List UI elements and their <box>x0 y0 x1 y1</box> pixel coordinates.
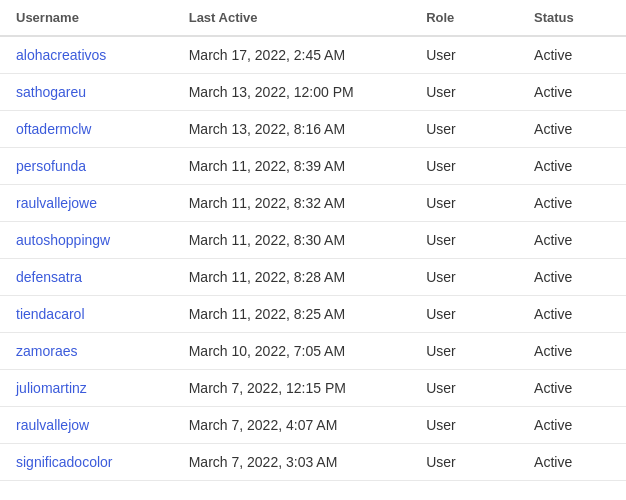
username-link[interactable]: tiendacarol <box>16 306 85 322</box>
cell-date: March 11, 2022, 8:25 AM <box>173 296 410 333</box>
table-row: raulvallejowMarch 7, 2022, 4:07 AMUserAc… <box>0 407 626 444</box>
cell-date: March 7, 2022, 12:15 PM <box>173 370 410 407</box>
cell-date: March 13, 2022, 12:00 PM <box>173 74 410 111</box>
cell-username: autoshoppingw <box>0 222 173 259</box>
username-link[interactable]: autoshoppingw <box>16 232 110 248</box>
cell-status: Active <box>518 36 626 74</box>
cell-username: oftadermclw <box>0 111 173 148</box>
cell-status: Active <box>518 370 626 407</box>
cell-username: raulvallejowe <box>0 185 173 222</box>
username-link[interactable]: juliomartinz <box>16 380 87 396</box>
cell-username: zamoraes <box>0 333 173 370</box>
cell-date: March 17, 2022, 2:45 AM <box>173 36 410 74</box>
cell-status: Active <box>518 185 626 222</box>
table-row: sathogareuMarch 13, 2022, 12:00 PMUserAc… <box>0 74 626 111</box>
cell-role: User <box>410 444 518 481</box>
table-row: juliomartinzMarch 7, 2022, 12:15 PMUserA… <box>0 370 626 407</box>
cell-date: March 13, 2022, 8:16 AM <box>173 111 410 148</box>
cell-username: significadocolor <box>0 444 173 481</box>
column-header-username: Username <box>0 0 173 36</box>
cell-date: March 7, 2022, 3:03 AM <box>173 444 410 481</box>
cell-role: User <box>410 36 518 74</box>
username-link[interactable]: defensatra <box>16 269 82 285</box>
cell-status: Active <box>518 296 626 333</box>
cell-status: Active <box>518 74 626 111</box>
username-link[interactable]: alohacreativos <box>16 47 106 63</box>
table-row: autoshoppingwMarch 11, 2022, 8:30 AMUser… <box>0 222 626 259</box>
cell-username: sathogareu <box>0 74 173 111</box>
username-link[interactable]: significadocolor <box>16 454 113 470</box>
cell-username: juliomartinz <box>0 370 173 407</box>
table-row: defensatraMarch 11, 2022, 8:28 AMUserAct… <box>0 259 626 296</box>
cell-status: Active <box>518 444 626 481</box>
cell-role: User <box>410 333 518 370</box>
cell-role: User <box>410 222 518 259</box>
cell-status: Active <box>518 222 626 259</box>
cell-status: Active <box>518 333 626 370</box>
cell-username: alohacreativos <box>0 36 173 74</box>
cell-date: March 11, 2022, 8:30 AM <box>173 222 410 259</box>
cell-role: User <box>410 148 518 185</box>
table-row: persofundaMarch 11, 2022, 8:39 AMUserAct… <box>0 148 626 185</box>
cell-date: March 11, 2022, 8:39 AM <box>173 148 410 185</box>
cell-username: persofunda <box>0 148 173 185</box>
cell-role: User <box>410 111 518 148</box>
username-link[interactable]: persofunda <box>16 158 86 174</box>
cell-username: tiendacarol <box>0 296 173 333</box>
users-table: Username Last Active Role Status alohacr… <box>0 0 626 481</box>
cell-username: raulvallejow <box>0 407 173 444</box>
username-link[interactable]: sathogareu <box>16 84 86 100</box>
cell-role: User <box>410 370 518 407</box>
cell-username: defensatra <box>0 259 173 296</box>
username-link[interactable]: raulvallejowe <box>16 195 97 211</box>
username-link[interactable]: zamoraes <box>16 343 77 359</box>
cell-role: User <box>410 259 518 296</box>
cell-role: User <box>410 185 518 222</box>
cell-status: Active <box>518 259 626 296</box>
cell-status: Active <box>518 407 626 444</box>
cell-status: Active <box>518 148 626 185</box>
table-row: oftadermclwMarch 13, 2022, 8:16 AMUserAc… <box>0 111 626 148</box>
table-row: significadocolorMarch 7, 2022, 3:03 AMUs… <box>0 444 626 481</box>
cell-role: User <box>410 407 518 444</box>
table-row: alohacreativosMarch 17, 2022, 2:45 AMUse… <box>0 36 626 74</box>
column-header-role: Role <box>410 0 518 36</box>
cell-date: March 11, 2022, 8:32 AM <box>173 185 410 222</box>
cell-date: March 7, 2022, 4:07 AM <box>173 407 410 444</box>
username-link[interactable]: raulvallejow <box>16 417 89 433</box>
table-row: zamoraesMarch 10, 2022, 7:05 AMUserActiv… <box>0 333 626 370</box>
column-header-date: Last Active <box>173 0 410 36</box>
cell-role: User <box>410 296 518 333</box>
table-header-row: Username Last Active Role Status <box>0 0 626 36</box>
username-link[interactable]: oftadermclw <box>16 121 91 137</box>
cell-status: Active <box>518 111 626 148</box>
table-row: raulvallejoweMarch 11, 2022, 8:32 AMUser… <box>0 185 626 222</box>
table-row: tiendacarolMarch 11, 2022, 8:25 AMUserAc… <box>0 296 626 333</box>
column-header-status: Status <box>518 0 626 36</box>
cell-date: March 11, 2022, 8:28 AM <box>173 259 410 296</box>
cell-date: March 10, 2022, 7:05 AM <box>173 333 410 370</box>
cell-role: User <box>410 74 518 111</box>
